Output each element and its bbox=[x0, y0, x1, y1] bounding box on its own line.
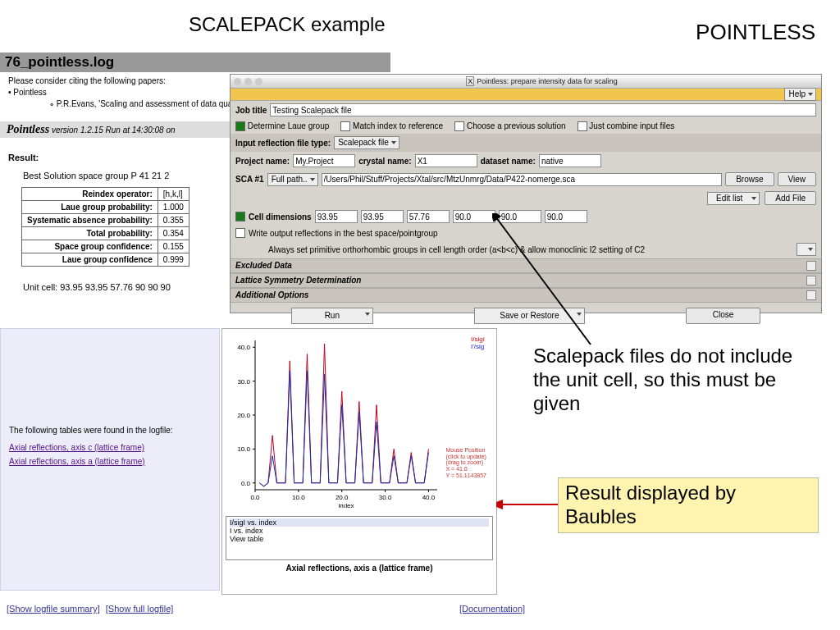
probability-table: Reindex operator:[h,k,l] Laue group prob… bbox=[21, 187, 189, 267]
prev-solution-label: Choose a previous solution bbox=[467, 121, 566, 130]
table-row: Systematic absence probability: bbox=[22, 214, 158, 227]
chart-caption: Axial reflections, axis a (lattice frame… bbox=[226, 564, 493, 573]
pointless-sub: version 1.2.15 Run at 14:30:08 on bbox=[52, 126, 176, 135]
collapse-icon[interactable] bbox=[806, 276, 816, 285]
list-item[interactable]: I vs. index bbox=[230, 527, 489, 535]
minimize-icon[interactable] bbox=[244, 78, 252, 85]
legend-item: I'/sig bbox=[471, 343, 485, 350]
celldim-check[interactable] bbox=[235, 212, 245, 221]
dialog-title: XPointless: prepare intensity data for s… bbox=[466, 77, 618, 85]
section-additional[interactable]: Additional Options bbox=[231, 288, 821, 303]
log-filename-bar: 76_pointless.log bbox=[0, 52, 390, 72]
svg-text:10.0: 10.0 bbox=[292, 494, 305, 501]
arrow-icon bbox=[496, 496, 562, 513]
best-solution: Best Solution space group P 41 21 2 bbox=[23, 171, 169, 180]
show-summary-link[interactable]: [Show logfile summary] bbox=[7, 604, 100, 614]
table-cell: 0.155 bbox=[158, 240, 189, 253]
cell-gamma-input[interactable] bbox=[545, 210, 587, 223]
cell-b-input[interactable] bbox=[361, 210, 404, 223]
table-cell: 0.355 bbox=[158, 214, 189, 227]
mouse-line: X = 41.0 bbox=[445, 466, 486, 472]
chart-area[interactable]: 0.010.020.030.040.00.010.020.030.040.0in… bbox=[226, 332, 493, 513]
project-label: Project name: bbox=[235, 157, 290, 166]
fullpath-select[interactable]: Full path.. bbox=[267, 173, 318, 186]
filetype-select[interactable]: Scalepack file bbox=[334, 136, 399, 149]
dialog-titlebar[interactable]: XPointless: prepare intensity data for s… bbox=[231, 75, 821, 88]
browse-button[interactable]: Browse bbox=[725, 172, 774, 186]
prev-solution-check[interactable] bbox=[454, 121, 464, 131]
page-title-right: POINTLESS bbox=[696, 20, 815, 45]
dataset-input[interactable] bbox=[539, 154, 601, 167]
table-row: Total probability: bbox=[22, 227, 158, 240]
legend-item: I/sigI bbox=[471, 336, 485, 343]
table-row: Reindex operator: bbox=[22, 188, 158, 201]
mouse-position: Mouse Position (click to update) (drag t… bbox=[445, 447, 486, 478]
chart-listbox[interactable]: I/sigI vs. index I vs. index View table bbox=[226, 516, 493, 560]
editlist-button[interactable]: Edit list bbox=[707, 192, 760, 205]
determine-laue-check[interactable] bbox=[235, 121, 245, 131]
save-button[interactable]: Save or Restore bbox=[474, 308, 584, 324]
close-button[interactable]: Close bbox=[686, 308, 761, 324]
svg-text:30.0: 30.0 bbox=[379, 494, 392, 501]
table-row: Laue group confidence bbox=[22, 253, 158, 267]
combine-files-check[interactable] bbox=[578, 121, 587, 131]
writeout-row: Write output reflections in the best spa… bbox=[231, 226, 821, 240]
table-cell: 0.354 bbox=[158, 227, 189, 240]
svg-text:index: index bbox=[338, 502, 354, 509]
job-title-row: Job title bbox=[231, 101, 821, 119]
primortho-row: Always set primitive orthorhombic groups… bbox=[231, 240, 821, 258]
dataset-label: dataset name: bbox=[481, 157, 536, 166]
writeout-label: Write output reflections in the best spa… bbox=[249, 229, 438, 238]
run-button[interactable]: Run bbox=[291, 308, 373, 324]
svg-text:20.0: 20.0 bbox=[237, 412, 250, 419]
crystal-input[interactable] bbox=[415, 154, 477, 167]
unit-cell-text: Unit cell: 93.95 93.95 57.76 90 90 90 bbox=[23, 282, 171, 292]
list-item[interactable]: View table bbox=[230, 535, 489, 543]
project-input[interactable] bbox=[293, 154, 355, 167]
baubles-link[interactable]: Axial reflections, axis c (lattice frame… bbox=[9, 443, 211, 452]
view-button[interactable]: View bbox=[778, 172, 817, 186]
cell-dim-row: Cell dimensions bbox=[231, 208, 821, 226]
list-item[interactable]: I/sigI vs. index bbox=[230, 518, 489, 527]
pointless-title: Pointless bbox=[7, 123, 49, 135]
table-row: Laue group probability: bbox=[22, 201, 158, 214]
chart-svg: 0.010.020.030.040.00.010.020.030.040.0in… bbox=[226, 332, 495, 513]
baubles-panel: The following tables were found in the l… bbox=[0, 328, 220, 591]
annotation-unit-cell: Scalepack files do not include the unit … bbox=[533, 345, 804, 415]
section-label: Lattice Symmetry Determination bbox=[235, 276, 361, 285]
dialog-buttons: Run Save or Restore Close bbox=[231, 303, 821, 329]
mouse-line: Y = 51.1143857 bbox=[445, 472, 486, 479]
cell-c-input[interactable] bbox=[407, 210, 450, 223]
section-lattice[interactable]: Lattice Symmetry Determination bbox=[231, 273, 821, 288]
table-cell: 0.999 bbox=[158, 253, 189, 267]
cell-beta-input[interactable] bbox=[499, 210, 541, 223]
primortho-label: Always set primitive orthorhombic groups… bbox=[235, 245, 645, 254]
names-row: Project name: crystal name: dataset name… bbox=[231, 152, 821, 170]
job-title-input[interactable] bbox=[270, 103, 816, 116]
collapse-icon[interactable] bbox=[806, 261, 816, 271]
show-full-link[interactable]: [Show full logfile] bbox=[106, 604, 174, 614]
primortho-select[interactable] bbox=[797, 243, 816, 256]
chart-panel: 0.010.020.030.040.00.010.020.030.040.0in… bbox=[221, 328, 497, 595]
writeout-check[interactable] bbox=[235, 228, 245, 238]
sca-path-input[interactable] bbox=[322, 173, 723, 186]
zoom-icon[interactable] bbox=[255, 78, 262, 85]
svg-text:10.0: 10.0 bbox=[237, 445, 250, 453]
documentation-link[interactable]: [Documentation] bbox=[459, 604, 525, 614]
doc-link: [Documentation] bbox=[459, 604, 525, 614]
collapse-icon[interactable] bbox=[806, 290, 816, 300]
section-excluded[interactable]: Excluded Data bbox=[231, 258, 821, 273]
close-icon[interactable] bbox=[234, 78, 241, 85]
cell-alpha-input[interactable] bbox=[453, 210, 495, 223]
baubles-link[interactable]: Axial reflections, axis a (lattice frame… bbox=[9, 457, 211, 466]
help-menu[interactable]: Help bbox=[784, 88, 816, 101]
match-index-check[interactable] bbox=[340, 121, 350, 131]
cell-a-input[interactable] bbox=[315, 210, 358, 223]
dialog-help-bar: Help bbox=[231, 88, 821, 101]
crystal-label: crystal name: bbox=[358, 157, 411, 166]
svg-text:0.0: 0.0 bbox=[241, 480, 251, 487]
svg-text:40.0: 40.0 bbox=[422, 494, 436, 501]
sca-file-row: SCA #1 Full path.. Browse View bbox=[231, 170, 821, 189]
addfile-button[interactable]: Add File bbox=[765, 191, 816, 205]
mode-row: Determine Laue group Match index to refe… bbox=[231, 119, 821, 134]
